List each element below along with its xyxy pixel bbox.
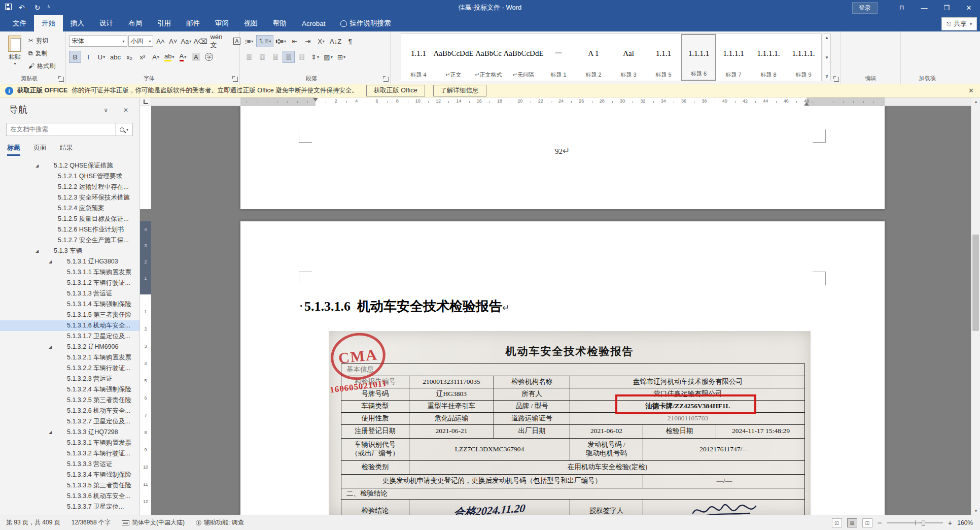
vertical-ruler[interactable]: 4321123456789101112 <box>140 106 151 515</box>
shrink-font-button[interactable]: A˅ <box>167 35 179 47</box>
char-shading-button[interactable]: A <box>190 51 202 63</box>
nav-heading-item[interactable]: ◢5.1.3.1 辽HG3803 <box>0 256 139 267</box>
nav-heading-item[interactable]: ◢5.1.3.3 辽HQ7298 <box>0 427 139 438</box>
nav-heading-item[interactable]: 5.1.2.1 QHSE管理要求 <box>0 171 139 182</box>
style-标题6[interactable]: 1.1.1.1标题 6 <box>681 34 716 81</box>
collapse-triangle-icon[interactable]: ◢ <box>36 160 39 171</box>
style-标题3[interactable]: Aal标题 3 <box>611 34 646 81</box>
nav-heading-item[interactable]: 5.1.3.1.7 卫星定位及... <box>0 331 139 342</box>
font-size-select[interactable]: 小四▾ <box>128 36 154 47</box>
style-↵正文[interactable]: AaBbCcDdE↵正文 <box>436 34 471 81</box>
scrollbar-thumb[interactable] <box>972 235 979 331</box>
style-标题7[interactable]: 1.1.1.1标题 7 <box>716 34 751 81</box>
learn-more-button[interactable]: 了解详细信息 <box>433 85 486 96</box>
align-left-button[interactable]: ☰ <box>243 51 255 63</box>
font-dialog-launcher[interactable] <box>233 77 238 82</box>
distribute-button[interactable]: ☷ <box>296 51 308 63</box>
restore-button[interactable]: ❐ <box>935 0 958 15</box>
format-painter-button[interactable]: 🖌格式刷 <box>28 61 55 71</box>
gallery-up-icon[interactable]: ▲ <box>825 36 829 40</box>
nav-heading-item[interactable]: 5.1.3.1.4 车辆强制保险 <box>0 299 139 310</box>
tab-布局[interactable]: 布局 <box>121 15 150 31</box>
style-标题2[interactable]: A 1标题 2 <box>576 34 611 81</box>
print-layout-button[interactable]: ▤ <box>847 518 857 527</box>
show-marks-button[interactable]: ¶ <box>344 35 356 47</box>
nav-heading-item[interactable]: 5.1.3.2.7 卫星定位及... <box>0 416 139 427</box>
nav-close-icon[interactable]: ✕ <box>123 107 128 114</box>
style-标题9[interactable]: 1.1.1.1.标题 9 <box>786 34 821 81</box>
sign-in-button[interactable]: 登录 <box>852 2 878 14</box>
line-spacing-button[interactable]: ⇕▾ <box>309 51 321 63</box>
sort-button[interactable]: A↓Z <box>328 35 343 47</box>
gallery-more-icon[interactable]: ⊽ <box>825 75 828 79</box>
word-count[interactable]: 12/36958 个字 <box>72 518 111 527</box>
tab-视图[interactable]: 视图 <box>236 15 265 31</box>
subscript-button[interactable]: x₂ <box>123 51 135 63</box>
bullets-button[interactable]: ⁝≡▾ <box>243 35 255 47</box>
tab-文件[interactable]: 文件 <box>5 15 34 31</box>
collapse-triangle-icon[interactable]: ◢ <box>49 256 52 267</box>
highlight-button[interactable]: ab▾ <box>163 51 176 63</box>
nav-heading-item[interactable]: ◢5.1.2 QHSE保证措施 <box>0 160 139 171</box>
tab-Acrobat[interactable]: Acrobat <box>294 15 333 31</box>
page-93[interactable]: ▪5.1.3.1.6 机动车安全技术检验报告↵ 机动车安全技术检验报告 基本信息… <box>240 221 885 515</box>
tab-引用[interactable]: 引用 <box>150 15 179 31</box>
nav-heading-item[interactable]: 5.1.3.2.2 车辆行驶证... <box>0 363 139 374</box>
nav-heading-item[interactable]: ◢5.1.3.2 辽HM6906 <box>0 342 139 352</box>
paste-button[interactable]: 粘贴 ▾ <box>3 34 26 73</box>
read-mode-button[interactable]: 🕮 <box>832 518 842 527</box>
message-close-icon[interactable]: ✕ <box>968 87 974 94</box>
zoom-in-button[interactable]: + <box>948 518 953 527</box>
superscript-button[interactable]: x² <box>136 51 149 63</box>
multilevel-list-button[interactable]: ⑆≡▾ <box>274 35 288 47</box>
web-layout-button[interactable]: ◫ <box>862 518 872 527</box>
clipboard-dialog-launcher[interactable] <box>59 77 64 82</box>
tab-审阅[interactable]: 审阅 <box>207 15 236 31</box>
scroll-up-icon[interactable]: ▲ <box>971 97 980 106</box>
nav-heading-item[interactable]: 5.1.3.1.2 车辆行驶证... <box>0 278 139 288</box>
tab-邮件[interactable]: 邮件 <box>179 15 207 31</box>
search-dropdown[interactable]: ▾ <box>115 123 132 136</box>
nav-heading-item[interactable]: 5.1.3.2.5 第三者责任险 <box>0 395 139 406</box>
shading-button[interactable]: ▨▾ <box>322 51 334 63</box>
nav-heading-item[interactable]: 5.1.3.3.5 第三者责任险 <box>0 480 139 491</box>
nav-heading-item[interactable]: 5.1.3.3.3 营运证 <box>0 459 139 470</box>
page-indicator[interactable]: 第 93 页，共 409 页 <box>6 518 60 527</box>
clear-format-button[interactable]: A⌫ <box>193 35 208 47</box>
style-↵正文格式[interactable]: AaBbCc↵正文格式 <box>471 34 506 81</box>
numbering-button[interactable]: ⒈≡▾ <box>256 35 273 47</box>
font-color-button[interactable]: A▾ <box>177 51 189 63</box>
tab-插入[interactable]: 插入 <box>63 15 92 31</box>
nav-heading-item[interactable]: 5.1.2.6 HSE作业计划书 <box>0 224 139 235</box>
nav-heading-item[interactable]: 5.1.3.1.6 机动车安全... <box>0 320 139 331</box>
collapse-triangle-icon[interactable]: ◢ <box>36 246 39 256</box>
decrease-indent-button[interactable]: ⇤ <box>289 35 301 47</box>
page-92[interactable]: 92↵ <box>240 106 885 209</box>
scroll-down-icon[interactable]: ▼ <box>971 507 980 515</box>
tab-selector[interactable] <box>140 97 151 106</box>
share-button[interactable]: ⎋ 共享 ▾ <box>941 17 977 30</box>
get-genuine-office-button[interactable]: 获取正版 Office <box>366 85 425 96</box>
nav-heading-item[interactable]: 5.1.2.2 运输过程中存在... <box>0 182 139 192</box>
paragraph-dialog-launcher[interactable] <box>383 77 389 82</box>
tab-开始[interactable]: 开始 <box>34 15 63 31</box>
document-canvas[interactable]: 92↵ ▪5.1.3.1.6 机动车安全技术检验报告↵ 机动车安全技术检验报告 … <box>151 106 971 515</box>
first-line-indent-marker[interactable] <box>313 98 318 102</box>
justify-button[interactable]: ☰ <box>283 51 295 63</box>
increase-indent-button[interactable]: ⇥ <box>302 35 314 47</box>
tab-帮助[interactable]: 帮助 <box>265 15 294 31</box>
nav-heading-item[interactable]: 5.1.2.4 应急预案 <box>0 203 139 214</box>
tell-me-search[interactable]: 操作说明搜索 <box>333 15 398 31</box>
collapse-triangle-icon[interactable]: ◢ <box>49 427 52 438</box>
language-indicator[interactable]: 简体中文(中国大陆) <box>122 518 185 527</box>
cut-button[interactable]: ✂剪切 <box>28 36 55 46</box>
styles-dialog-launcher[interactable] <box>834 77 839 82</box>
close-button[interactable]: ✕ <box>958 0 980 15</box>
nav-tab-页面[interactable]: 页面 <box>33 143 47 156</box>
search-input[interactable] <box>7 126 115 133</box>
nav-heading-item[interactable]: 5.1.3.3.2 车辆行驶证... <box>0 448 139 459</box>
nav-heading-item[interactable]: 5.1.2.5 质量目标及保证... <box>0 214 139 224</box>
borders-button[interactable]: ⊞▾ <box>335 51 347 63</box>
nav-heading-item[interactable]: 5.1.3.2.1 车辆购置发票 <box>0 352 139 363</box>
nav-heading-item[interactable]: 5.1.3.1.1 车辆购置发票 <box>0 267 139 278</box>
